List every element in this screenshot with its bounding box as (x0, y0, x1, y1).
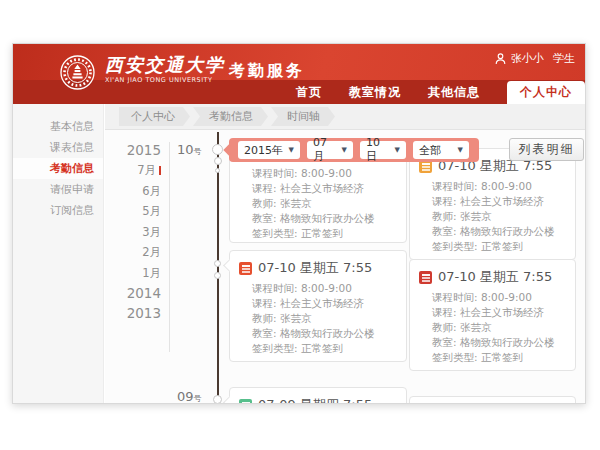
card-line-teacher: 教师: 张芸京 (410, 320, 575, 335)
attendance-card: 07-10 星期五 7:55 课程时间: 8:00-9:00 课程: 社会主义市… (409, 259, 576, 371)
sidebar-item-schedule-info[interactable]: 课表信息 (13, 137, 103, 158)
breadcrumb-timeline[interactable]: 时间轴 (271, 107, 335, 126)
sidebar-item-leave-request[interactable]: 请假申请 (13, 179, 103, 200)
timeline-dot (214, 260, 221, 267)
timeline-dot (215, 168, 220, 173)
month-select[interactable]: 07月▼ (307, 141, 353, 159)
timeline-dot (212, 144, 223, 155)
card-line-time: 课程时间: 8:00-9:00 (230, 281, 406, 296)
sidebar-item-basic-info[interactable]: 基本信息 (13, 116, 103, 137)
sidebar-item-attendance-info[interactable]: 考勤信息 (13, 158, 103, 179)
list-detail-button[interactable]: 列表明细 (509, 138, 584, 161)
timeline-dot (214, 272, 221, 279)
rail-month-may[interactable]: 5月 (109, 201, 161, 222)
card-line-time: 课程时间: 8:00-9:00 (410, 290, 575, 305)
user-role: 学生 (553, 51, 575, 66)
card-line-course: 课程: 社会主义市场经济 (230, 296, 406, 311)
rail-month-jan[interactable]: 1月 (109, 263, 161, 284)
card-line-course: 课程: 社会主义市场经济 (410, 305, 575, 320)
rail-year-2015[interactable]: 2015 (109, 140, 161, 160)
card-date-title: 07-10 星期五 7:55 (438, 268, 552, 286)
user-name: 张小小 (511, 51, 544, 66)
rail-month-mar[interactable]: 3月 (109, 222, 161, 243)
year-month-rail: 2015 7月 6月 5月 3月 2月 1月 2014 2013 (109, 140, 161, 323)
timeline-dot (213, 395, 222, 404)
type-select[interactable]: 全部▼ (413, 141, 469, 159)
card-line-teacher: 教师: 张芸京 (410, 209, 575, 224)
app-header: 西安交通大学 XI'AN JIAO TONG UNIVERSITY 考勤服务 张… (13, 44, 585, 104)
sidebar: 基本信息 课表信息 考勤信息 请假申请 订阅信息 (13, 104, 104, 403)
rail-year-2013[interactable]: 2013 (109, 303, 161, 323)
nav-item-other-info[interactable]: 其他信息 (428, 84, 480, 101)
day-select[interactable]: 10日▼ (360, 141, 406, 159)
card-line-signtype: 签到类型: 正常签到 (410, 239, 575, 254)
calendar-icon (419, 271, 432, 284)
university-name-cn: 西安交通大学 (105, 55, 225, 75)
nav-item-classrooms[interactable]: 教室情况 (349, 84, 401, 101)
app-title: 考勤服务 (229, 61, 305, 82)
chevron-down-icon: ▼ (395, 146, 400, 154)
card-line-course: 课程: 社会主义市场经济 (230, 181, 406, 196)
card-line-room: 教室: 格物致知行政办公楼 (410, 224, 575, 239)
card-line-time: 课程时间: 8:00-9:00 (230, 166, 406, 181)
rail-year-2014[interactable]: 2014 (109, 283, 161, 303)
timeline-dot (214, 157, 222, 165)
breadcrumb-personal-center[interactable]: 个人中心 (119, 107, 190, 126)
card-line-room: 教室: 格物致知行政办公楼 (230, 326, 406, 341)
user-icon (495, 53, 506, 65)
nav-item-home[interactable]: 首页 (296, 84, 322, 101)
university-title-block: 西安交通大学 XI'AN JIAO TONG UNIVERSITY (105, 55, 225, 84)
rail-month-feb[interactable]: 2月 (109, 242, 161, 263)
university-logo-icon (59, 54, 96, 91)
card-line-room: 教室: 格物致知行政办公楼 (230, 211, 406, 226)
card-line-signtype: 签到类型: 正常签到 (230, 226, 406, 241)
nav-item-personal-center[interactable]: 个人中心 (507, 81, 585, 104)
attendance-card: 07-09 星期四 7:55 (229, 387, 407, 404)
filter-bar: 2015年▼ 07月▼ 10日▼ 全部▼ (229, 138, 479, 162)
rail-month-jun[interactable]: 6月 (109, 181, 161, 202)
breadcrumb-attendance-info[interactable]: 考勤信息 (193, 107, 268, 126)
chevron-down-icon: ▼ (289, 146, 294, 154)
calendar-icon (239, 399, 252, 405)
rail-divider (169, 142, 170, 352)
year-select[interactable]: 2015年▼ (238, 141, 300, 159)
card-line-room: 教室: 格物致知行政办公楼 (410, 335, 575, 350)
calendar-icon (239, 262, 252, 275)
user-info[interactable]: 张小小 学生 (495, 51, 575, 66)
sidebar-item-subscription-info[interactable]: 订阅信息 (13, 200, 103, 221)
card-line-course: 课程: 社会主义市场经济 (410, 194, 575, 209)
chevron-down-icon: ▼ (342, 146, 347, 154)
card-date-title: 07-09 星期四 7:55 (258, 396, 372, 404)
app-window: 西安交通大学 XI'AN JIAO TONG UNIVERSITY 考勤服务 张… (12, 43, 586, 404)
card-line-time: 课程时间: 8:00-9:00 (410, 179, 575, 194)
card-line-signtype: 签到类型: 正常签到 (230, 341, 406, 356)
university-name-en: XI'AN JIAO TONG UNIVERSITY (105, 76, 225, 84)
card-line-teacher: 教师: 张芸京 (230, 311, 406, 326)
attendance-card: 07-10 星期五 7:55 课程时间: 8:00-9:00 课程: 社会主义市… (409, 148, 576, 260)
day-label-09: 09号 (177, 389, 202, 404)
attendance-card: 07-10 星期五 7:55 课程时间: 8:00-9:00 课程: 社会主义市… (229, 250, 407, 362)
attendance-card (409, 396, 576, 404)
rail-month-jul[interactable]: 7月 (109, 160, 161, 181)
card-line-teacher: 教师: 张芸京 (230, 196, 406, 211)
card-line-signtype: 签到类型: 正常签到 (410, 350, 575, 365)
main-nav: 首页 教室情况 其他信息 个人中心 (296, 80, 585, 104)
card-date-title: 07-10 星期五 7:55 (258, 259, 372, 277)
day-label-10: 10号 (177, 142, 202, 157)
chevron-down-icon: ▼ (458, 146, 463, 154)
breadcrumb: 个人中心 考勤信息 时间轴 (105, 104, 585, 130)
